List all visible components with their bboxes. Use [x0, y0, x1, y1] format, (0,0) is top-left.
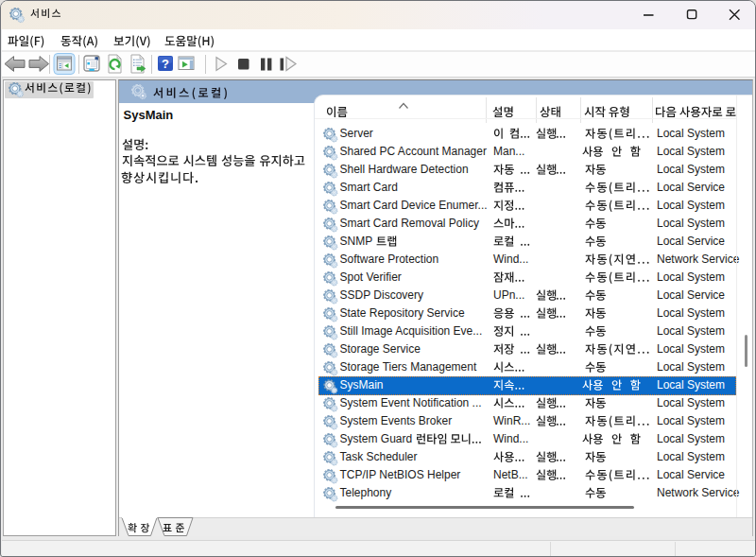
svg-text:?: ?: [162, 57, 169, 71]
